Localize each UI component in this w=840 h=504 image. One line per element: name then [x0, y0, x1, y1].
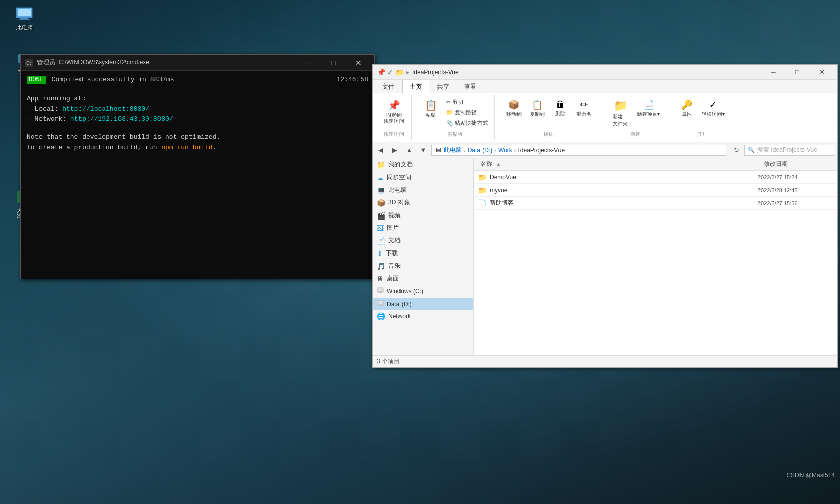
sidebar-item-desktop[interactable]: 🖥 桌面: [373, 272, 473, 285]
ribbon-group-open: 🔑 属性 ✓ 轻松访问▾ 打开: [671, 95, 732, 140]
easy-access-label: 轻松访问▾: [702, 111, 725, 117]
desktop-icon-this-pc[interactable]: 此电脑: [6, 4, 43, 33]
cmd-maximize-button[interactable]: □: [322, 55, 345, 71]
new-group-label: 新建: [630, 131, 641, 138]
explorer-window-controls: ─ □ ✕: [762, 65, 833, 79]
demovue-name: DemoVue: [490, 174, 754, 181]
compile-text: Compiled successfully in 8837ms: [48, 76, 174, 83]
sidebar-item-videos[interactable]: 🎬 视频: [373, 209, 473, 222]
myvue-date: 2022/3/28 12:45: [757, 187, 833, 193]
sidebar-item-images[interactable]: 🖼 图片: [373, 222, 473, 234]
svg-rect-11: [377, 291, 383, 292]
sidebar-item-documents[interactable]: 📄 文档: [373, 234, 473, 247]
file-row-demovue[interactable]: 📁 DemoVue 2022/3/27 15:24: [474, 171, 837, 184]
explorer-maximize-button[interactable]: □: [786, 65, 809, 79]
sidebar-item-windows-c[interactable]: Windows (C:): [373, 285, 473, 298]
item-count: 3 个项目: [377, 357, 400, 366]
breadcrumb-current: IdeaProjects-Vue: [518, 147, 565, 154]
dev-build-note: Note that the development build is not o…: [27, 132, 368, 143]
back-button[interactable]: ◀: [375, 144, 387, 156]
sidebar-item-network[interactable]: 🌐 Network: [373, 310, 473, 322]
rename-label: 重命名: [576, 111, 591, 117]
move-to-button[interactable]: 📦 移动到: [503, 97, 525, 119]
delete-button[interactable]: 🗑 删除: [549, 97, 572, 119]
cut-icon: ✂: [446, 99, 451, 105]
col-date-header[interactable]: 修改日期: [759, 159, 835, 170]
checkmark-icon: ✓: [387, 68, 393, 76]
copy-icon: 📋: [532, 99, 543, 110]
col-name-header[interactable]: 名称 ▲: [476, 159, 759, 170]
npm-run-build-text: npm run build: [161, 144, 212, 151]
3d-icon: 📦: [377, 199, 385, 207]
sidebar-item-sync-space[interactable]: ☁ 同步空间: [373, 171, 473, 184]
cmd-window: C:\ 管理员: C:\WINDOWS\system32\cmd.exe ─ □…: [20, 54, 375, 279]
cmd-titlebar: C:\ 管理员: C:\WINDOWS\system32\cmd.exe ─ □…: [21, 55, 374, 71]
my-docs-icon: 📁: [377, 161, 385, 169]
done-badge: DONE: [27, 76, 46, 84]
sidebar-item-3d[interactable]: 📦 3D 对象: [373, 196, 473, 209]
file-row-helpblog[interactable]: 📄 帮助博客 2022/3/27 15:56: [474, 197, 837, 210]
sidebar-item-data-d[interactable]: Data (D:): [373, 298, 473, 310]
copy-path-button[interactable]: 📁 复制路径: [444, 108, 490, 117]
desktop-icon-sidebar: 🖥: [377, 275, 384, 283]
search-placeholder: 搜索 IdeaProjects-Vue: [757, 146, 817, 154]
windows-c-label: Windows (C:): [387, 288, 423, 295]
sidebar-item-this-pc[interactable]: 💻 此电脑: [373, 184, 473, 196]
my-docs-label: 我的文档: [388, 160, 413, 169]
svg-rect-3: [19, 19, 30, 20]
sidebar-item-downloads[interactable]: ⬇ 下载: [373, 247, 473, 260]
properties-button[interactable]: 🔑 属性: [675, 97, 698, 119]
ribbon-group-quickaccess: 📌 固定到快速访问 快速访问: [377, 95, 412, 140]
open-group-label: 打开: [697, 131, 707, 138]
quick-access-pin-icon: 📌: [377, 68, 385, 76]
rename-icon: ✏: [580, 99, 588, 110]
breadcrumb-folder-icon: 🖥: [435, 146, 442, 154]
watermark: CSDN @Mast514: [786, 472, 835, 479]
downloads-icon: ⬇: [377, 249, 383, 258]
svg-text:C:\: C:\: [26, 61, 32, 66]
cut-button[interactable]: ✂ 剪切: [444, 97, 490, 107]
breadcrumb-this-pc[interactable]: 此电脑: [444, 146, 462, 154]
3d-label: 3D 对象: [388, 198, 410, 207]
prod-build-note: To create a production build, run npm ru…: [27, 143, 368, 153]
helpblog-name: 帮助博客: [490, 199, 754, 207]
refresh-button[interactable]: ↻: [730, 144, 742, 156]
nav-bar: ◀ ▶ ▲ ▼ 🖥 此电脑 › Data (D:) › Work › IdeaP…: [373, 142, 837, 158]
pin-to-quickaccess-button[interactable]: 📌 固定到快速访问: [381, 97, 407, 127]
properties-icon: 🔑: [681, 99, 692, 110]
new-folder-icon: 📁: [614, 99, 627, 112]
down-button[interactable]: ▼: [417, 144, 429, 156]
desktop-sidebar-label: 桌面: [387, 274, 399, 283]
new-folder-button[interactable]: 📁 新建文件夹: [608, 97, 633, 130]
paste-shortcut-button[interactable]: 📎 粘贴快捷方式: [444, 118, 490, 128]
explorer-minimize-button[interactable]: ─: [762, 65, 785, 79]
title-separator: ▸: [406, 69, 409, 76]
ribbon-tab-home[interactable]: 主页: [402, 80, 429, 93]
easy-access-icon: ✓: [709, 99, 717, 110]
up-button[interactable]: ▲: [403, 144, 415, 156]
cmd-minimize-button[interactable]: ─: [296, 55, 319, 71]
music-icon: 🎵: [377, 262, 385, 270]
file-row-myvue[interactable]: 📁 myvue 2022/3/28 12:45: [474, 184, 837, 197]
rename-button[interactable]: ✏ 重命名: [573, 97, 595, 119]
paste-button[interactable]: 📋 粘贴: [420, 97, 442, 120]
explorer-close-button[interactable]: ✕: [810, 65, 833, 79]
ribbon-tab-view[interactable]: 查看: [457, 80, 484, 93]
breadcrumb-work[interactable]: Work: [498, 147, 512, 154]
breadcrumb-data-d[interactable]: Data (D:): [468, 147, 493, 154]
demovue-date: 2022/3/27 15:24: [757, 174, 833, 180]
videos-label: 视频: [388, 211, 401, 220]
copy-to-button[interactable]: 📋 复制到: [526, 97, 548, 119]
sidebar-item-music[interactable]: 🎵 音乐: [373, 260, 473, 272]
easy-access-button[interactable]: ✓ 轻松访问▾: [699, 97, 728, 119]
sidebar-item-my-docs[interactable]: 📁 我的文档: [373, 158, 473, 171]
cmd-close-button[interactable]: ✕: [347, 55, 370, 71]
paste-shortcut-icon: 📎: [446, 120, 453, 127]
ribbon-tab-share[interactable]: 共享: [429, 80, 457, 93]
network-label: Network: [388, 313, 411, 320]
forward-button[interactable]: ▶: [389, 144, 401, 156]
sync-label: 同步空间: [387, 173, 411, 182]
new-item-button[interactable]: 📄 新建项目▾: [634, 97, 663, 119]
ribbon-tab-file[interactable]: 文件: [375, 80, 402, 93]
this-pc-sidebar-label: 此电脑: [388, 186, 407, 194]
